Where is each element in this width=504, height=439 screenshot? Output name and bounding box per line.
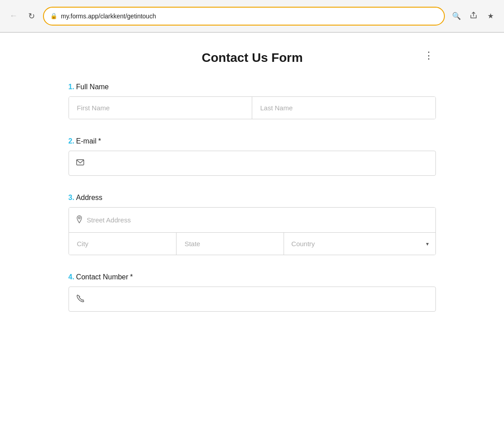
- contact-number-text: Contact Number: [76, 273, 129, 281]
- browser-toolbar-icons: 🔍 ★: [450, 10, 497, 22]
- url-text: my.forms.app/clarkkent/getintouch: [61, 13, 438, 20]
- street-address-input[interactable]: [87, 216, 428, 224]
- phone-input[interactable]: [89, 296, 428, 303]
- address-wrapper: Country ▾: [69, 207, 436, 255]
- full-name-input-row: [69, 96, 436, 119]
- search-icon: 🔍: [452, 12, 461, 20]
- address-section: 3. Address Country: [69, 194, 436, 255]
- address-number: 3.: [69, 194, 74, 202]
- contact-number-label: 4. Contact Number *: [69, 273, 436, 281]
- first-name-input[interactable]: [69, 97, 252, 119]
- back-icon: ←: [9, 11, 17, 21]
- full-name-label: 1. Full Name: [69, 83, 436, 91]
- email-input[interactable]: [89, 160, 428, 167]
- contact-number-number: 4.: [69, 273, 74, 281]
- form-title: Contact Us Form: [83, 51, 422, 65]
- contact-number-required: *: [130, 273, 133, 281]
- email-section: 2. E-mail *: [69, 137, 436, 176]
- email-icon: [76, 159, 84, 167]
- search-button[interactable]: 🔍: [450, 10, 463, 22]
- address-text: Address: [76, 194, 103, 202]
- state-input[interactable]: [177, 233, 284, 255]
- address-bar[interactable]: 🔒 my.forms.app/clarkkent/getintouch: [43, 7, 445, 26]
- bookmark-button[interactable]: ★: [484, 10, 497, 22]
- back-button[interactable]: ←: [7, 10, 20, 22]
- more-options-button[interactable]: ⋮: [422, 51, 436, 61]
- full-name-section: 1. Full Name: [69, 83, 436, 119]
- email-input-wrapper: [69, 151, 436, 176]
- email-number: 2.: [69, 137, 74, 145]
- page-content: Contact Us Form ⋮ 1. Full Name 2. E-mail…: [33, 33, 472, 348]
- phone-icon: [76, 294, 84, 304]
- share-button[interactable]: [467, 10, 480, 22]
- full-name-number: 1.: [69, 83, 74, 91]
- email-text: E-mail: [76, 137, 96, 145]
- share-icon: [470, 12, 477, 21]
- city-input[interactable]: [69, 233, 177, 255]
- country-select-wrapper: Country ▾: [284, 233, 435, 255]
- phone-input-wrapper: [69, 287, 436, 312]
- refresh-icon: ↻: [28, 11, 35, 21]
- address-sub-row: Country ▾: [69, 233, 435, 255]
- form-header: Contact Us Form ⋮: [69, 51, 436, 65]
- location-icon: [76, 215, 82, 225]
- address-label: 3. Address: [69, 194, 436, 202]
- full-name-text: Full Name: [76, 83, 109, 91]
- more-options-icon: ⋮: [424, 50, 434, 61]
- star-icon: ★: [487, 12, 494, 20]
- email-required: *: [98, 137, 101, 145]
- email-label: 2. E-mail *: [69, 137, 436, 145]
- country-select[interactable]: Country: [291, 240, 428, 248]
- refresh-button[interactable]: ↻: [25, 10, 38, 22]
- contact-number-section: 4. Contact Number *: [69, 273, 436, 312]
- browser-chrome: ← ↻ 🔒 my.forms.app/clarkkent/getintouch …: [0, 0, 504, 32]
- last-name-input[interactable]: [252, 97, 435, 119]
- svg-point-1: [78, 217, 80, 219]
- lock-icon: 🔒: [50, 13, 57, 19]
- street-address-row: [69, 208, 435, 233]
